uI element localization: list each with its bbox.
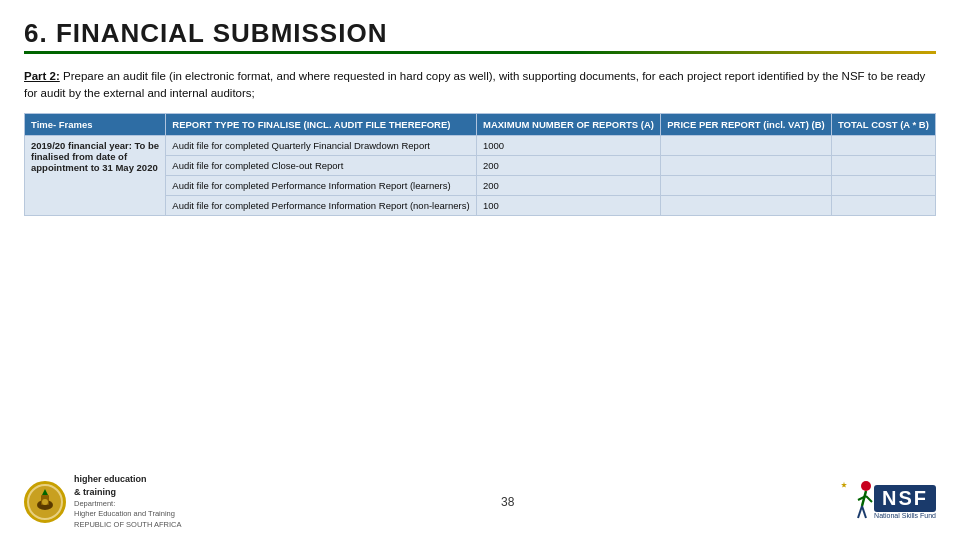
time-frames-cell: 2019/20 financial year: To be finalised … (25, 135, 166, 215)
dept-sub1: Department: (74, 499, 182, 510)
price-cell (661, 135, 832, 155)
page: 6. FINANCIAL SUBMISSION Part 2: Prepare … (0, 0, 960, 540)
intro-text: Part 2: Prepare an audit file (in electr… (24, 68, 936, 103)
table-row: 2019/20 financial year: To be finalised … (25, 135, 936, 155)
title-section: 6. FINANCIAL SUBMISSION (24, 18, 936, 62)
nsf-logo: NSF National Skills Fund (874, 485, 936, 519)
intro-body: Prepare an audit file (in electronic for… (24, 70, 925, 99)
time-line-3: appointment to 31 May 2020 (31, 162, 158, 173)
svg-line-10 (862, 506, 866, 518)
report-type-cell: Audit file for completed Close-out Repor… (166, 155, 477, 175)
svg-line-8 (866, 496, 872, 502)
price-cell (661, 195, 832, 215)
header-time-frames: Time- Frames (25, 113, 166, 135)
title-underline (24, 51, 936, 54)
page-title: 6. FINANCIAL SUBMISSION (24, 18, 936, 49)
svg-point-5 (861, 481, 871, 491)
max-reports-cell: 1000 (476, 135, 660, 155)
nsf-subtitle: National Skills Fund (874, 512, 936, 519)
coat-of-arms-logo (24, 481, 66, 523)
price-cell (661, 155, 832, 175)
table-header-row: Time- Frames REPORT TYPE TO FINALISE (IN… (25, 113, 936, 135)
price-cell (661, 175, 832, 195)
dept-sub2: Higher Education and Training (74, 509, 182, 520)
max-reports-cell: 200 (476, 175, 660, 195)
report-type-cell: Audit file for completed Performance Inf… (166, 175, 477, 195)
svg-marker-11 (841, 481, 847, 487)
total-cost-cell (831, 155, 935, 175)
footer-left: higher education & training Department: … (24, 473, 182, 530)
coat-of-arms-icon (28, 485, 62, 519)
report-type-cell: Audit file for completed Performance Inf… (166, 195, 477, 215)
max-reports-cell: 200 (476, 155, 660, 175)
page-number: 38 (501, 495, 514, 509)
dept-sub3: REPUBLIC OF SOUTH AFRICA (74, 520, 182, 531)
header-total-cost: TOTAL COST (A * B) (831, 113, 935, 135)
svg-line-9 (858, 506, 862, 518)
footer-right: NSF National Skills Fund (834, 478, 936, 526)
total-cost-cell (831, 195, 935, 215)
report-type-cell: Audit file for completed Quarterly Finan… (166, 135, 477, 155)
footer-text-block: higher education & training Department: … (74, 473, 182, 530)
footer: higher education & training Department: … (24, 467, 936, 530)
nsf-figure-icon (838, 478, 874, 526)
header-report-type: REPORT TYPE TO FINALISE (INCL. AUDIT FIL… (166, 113, 477, 135)
part2-label: Part 2: (24, 70, 60, 82)
dept-name2: & training (74, 486, 182, 499)
main-table: Time- Frames REPORT TYPE TO FINALISE (IN… (24, 113, 936, 216)
total-cost-cell (831, 175, 935, 195)
header-price-per-report: PRICE PER REPORT (incl. VAT) (B) (661, 113, 832, 135)
svg-point-4 (42, 499, 48, 505)
dept-name: higher education (74, 473, 182, 486)
time-line-1: 2019/20 financial year: To be (31, 140, 159, 151)
nsf-badge-label: NSF (874, 485, 936, 512)
max-reports-cell: 100 (476, 195, 660, 215)
time-line-2: finalised from date of (31, 151, 127, 162)
header-max-reports: MAXIMUM NUMBER OF REPORTS (A) (476, 113, 660, 135)
total-cost-cell (831, 135, 935, 155)
